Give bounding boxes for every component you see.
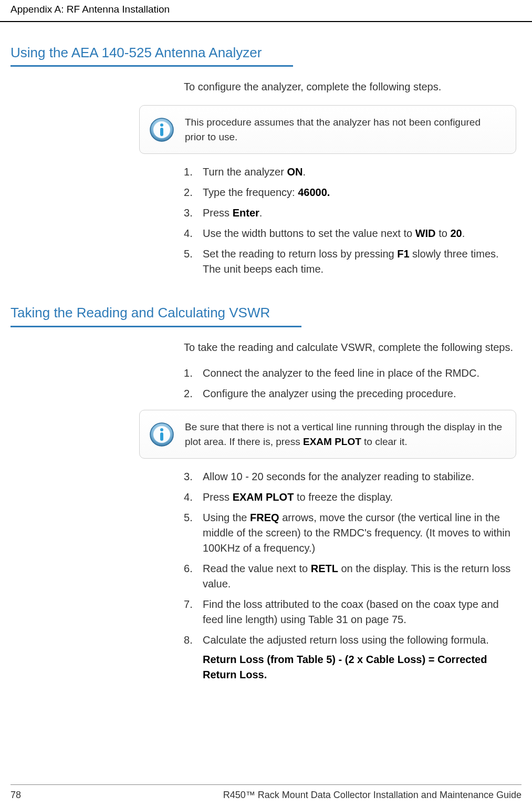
emphasis: Enter	[233, 207, 259, 219]
step-text: Turn the analyzer	[203, 166, 287, 178]
step-item: Read the value next to RETL on the displ…	[184, 561, 516, 592]
svg-point-2	[160, 123, 163, 127]
note-box: Be sure that there is not a vertical lin…	[139, 410, 516, 459]
svg-point-6	[160, 428, 163, 431]
document-title: R450™ Rack Mount Data Collector Installa…	[223, 788, 521, 802]
emphasis: EXAM PLOT	[303, 436, 361, 447]
step-text: Type the frequency:	[203, 187, 298, 198]
step-text: .	[462, 227, 465, 239]
step-text: Use the width buttons to set the value n…	[203, 227, 415, 239]
step-text: Press	[203, 491, 233, 503]
step-text: Press	[203, 207, 233, 219]
page-number: 78	[11, 788, 21, 802]
svg-rect-7	[160, 432, 163, 441]
step-item: Press EXAM PLOT to freeze the display.	[184, 490, 516, 505]
step-item: Configure the analyzer using the precedi…	[184, 386, 516, 401]
step-item: Type the frequency: 46000.	[184, 185, 516, 200]
step-item: Using the FREQ arrows, move the cursor (…	[184, 510, 516, 556]
step-text: to freeze the display.	[294, 491, 393, 503]
note-box: This procedure assumes that the analyzer…	[139, 105, 516, 154]
step-text: Using the	[203, 512, 250, 523]
note-text: Be sure that there is not a vertical lin…	[185, 420, 503, 449]
info-icon	[149, 422, 174, 447]
step-text: to	[436, 227, 451, 239]
step-item: Calculate the adjusted return loss using…	[184, 633, 516, 682]
emphasis: RETL	[311, 563, 338, 574]
section-heading-analyzer: Using the AEA 140-525 Antenna Analyzer	[11, 43, 293, 67]
emphasis: ON	[287, 166, 302, 178]
info-icon	[149, 117, 174, 142]
page-header: Appendix A: RF Antenna Installation	[0, 0, 532, 22]
steps-list-2b: Allow 10 - 20 seconds for the analyzer r…	[184, 469, 516, 682]
emphasis: EXAM PLOT	[233, 491, 294, 503]
title-part: R450	[223, 790, 246, 800]
step-text: Calculate the adjusted return loss using…	[203, 634, 489, 646]
emphasis: WID	[415, 227, 436, 239]
emphasis: 20	[450, 227, 462, 239]
emphasis: 46000.	[298, 187, 330, 198]
emphasis: F1	[397, 248, 409, 260]
content-area: Using the AEA 140-525 Antenna Analyzer T…	[0, 22, 532, 683]
title-part: Rack Mount Data Collector Installation a…	[255, 790, 521, 800]
step-item: Use the width buttons to set the value n…	[184, 226, 516, 241]
step-text: Read the value next to	[203, 563, 311, 574]
formula: Return Loss (from Table 5) - (2 x Cable …	[203, 652, 516, 682]
section-heading-vswr: Taking the Reading and Calculating VSWR	[11, 303, 301, 327]
step-text: .	[259, 207, 263, 219]
note-span: to clear it.	[361, 436, 408, 447]
step-text: .	[302, 166, 306, 178]
steps-list-2a: Connect the analyzer to the feed line in…	[184, 366, 516, 401]
steps-list-1: Turn the analyzer ON. Type the frequency…	[184, 164, 516, 277]
emphasis: FREQ	[250, 512, 279, 523]
step-item: Press Enter.	[184, 205, 516, 221]
intro-text: To configure the analyzer, complete the …	[184, 79, 516, 95]
step-item: Turn the analyzer ON.	[184, 164, 516, 180]
svg-rect-3	[160, 128, 163, 136]
trademark: ™	[246, 790, 255, 800]
step-item: Set the reading to return loss by pressi…	[184, 246, 516, 277]
intro-text: To take the reading and calculate VSWR, …	[184, 340, 516, 355]
step-text: Set the reading to return loss by pressi…	[203, 248, 397, 260]
step-item: Find the loss attributed to the coax (ba…	[184, 597, 516, 627]
note-text: This procedure assumes that the analyzer…	[185, 115, 503, 144]
step-item: Allow 10 - 20 seconds for the analyzer r…	[184, 469, 516, 484]
step-item: Connect the analyzer to the feed line in…	[184, 366, 516, 381]
page-footer: 78 R450™ Rack Mount Data Collector Insta…	[11, 784, 521, 802]
